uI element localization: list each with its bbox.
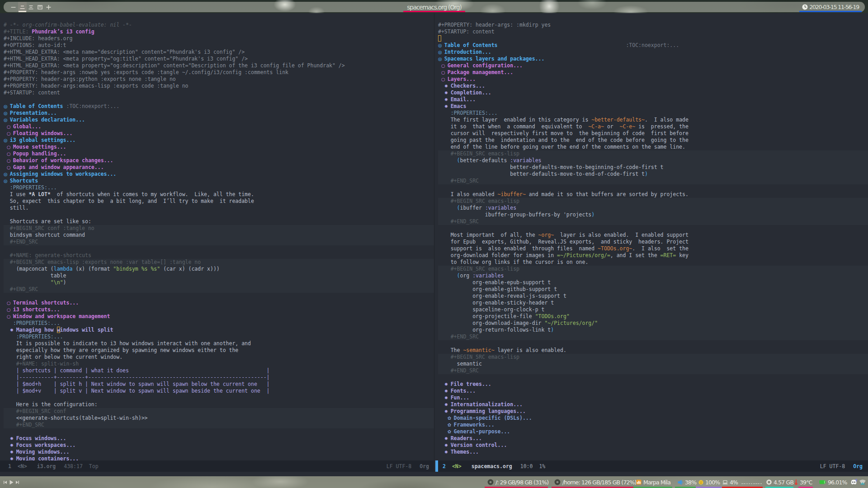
editor-line[interactable]: #+END_SRC	[438, 333, 868, 340]
editor-line[interactable]	[4, 293, 434, 300]
editor-line[interactable]: bindsym shortcut command	[4, 232, 434, 239]
editor-line[interactable]: It is possible to indicate to i3 how win…	[4, 340, 434, 347]
editor-line[interactable]: ✸ Version control...	[438, 442, 868, 449]
editor-line[interactable]: <<generate-shortcuts(table=split-win-sh)…	[4, 415, 434, 422]
editor-line[interactable]: cursor will respectively first move to t…	[438, 130, 868, 137]
status-module-brightness[interactable]: 100%	[698, 476, 720, 488]
editor-line[interactable]	[438, 35, 868, 42]
editor-line[interactable]: #+NAME: split-win-sh	[4, 361, 434, 367]
play-button[interactable]	[9, 480, 14, 485]
editor-line[interactable]: table	[4, 272, 434, 279]
network-tray-icon[interactable]	[859, 479, 866, 486]
editor-line[interactable]: The ~semantic~ layer is also enabled.	[438, 347, 868, 354]
clock-module[interactable]: 2020-03-15 11-56-19	[799, 2, 862, 12]
editor-line[interactable]: #+NAME: generate-shortcuts	[4, 252, 434, 259]
editor-line[interactable]: ✸ Readers...	[438, 435, 868, 442]
status-module-chart[interactable]: Marpa Mila	[636, 476, 670, 488]
editor-line[interactable]: ✸ Focus windows...	[4, 435, 434, 442]
editor-line[interactable]: ✿ General-purpose...	[438, 428, 868, 435]
editor-line[interactable]: to follow org links if the cursor is on …	[438, 259, 868, 266]
editor-line[interactable]: #+PROPERTY: header-args:emacs-lisp :expo…	[4, 83, 434, 89]
editor-line[interactable]: :PROPERTIES:...	[4, 320, 434, 327]
editor-line[interactable]: :PROPERTIES:...	[438, 110, 868, 117]
editor-line[interactable]: #+END_SRC	[4, 239, 434, 245]
editor-line[interactable]	[4, 211, 434, 218]
editor-line[interactable]: ○ Behavior of workspace changes...	[4, 157, 434, 164]
editor-line[interactable]	[4, 394, 434, 401]
editor-line[interactable]: org-enable-github-support t	[438, 286, 868, 293]
editor-line[interactable]: #+BEGIN_SRC emacs-lisp	[438, 150, 868, 157]
editor-line[interactable]: ○ Terminal shortcuts...	[4, 300, 434, 306]
editor-line[interactable]: |-----------+---------+-----------------…	[4, 374, 434, 381]
editor-line[interactable]: #+PROPERTY: header-args :noweb yes :expo…	[4, 69, 434, 76]
editor-line[interactable]: better-defaults-move-to-beginning-of-cod…	[438, 164, 868, 171]
editor-line[interactable]: org-download-image-dir "~/Pictures/org/"	[438, 320, 868, 327]
editor-line[interactable]: #+END_SRC	[438, 178, 868, 184]
left-editor-text[interactable]: # -*- org-confirm-babel-evaluate: nil -*…	[4, 22, 434, 460]
editor-line[interactable]: #+HTML_HEAD_EXTRA: <meta property="og:de…	[4, 62, 434, 69]
editor-line[interactable]: semantic	[438, 361, 868, 367]
editor-line[interactable]	[438, 374, 868, 381]
editor-line[interactable]: ○ General configuration...	[438, 62, 868, 69]
editor-line[interactable]: ✸ Fonts...	[438, 388, 868, 394]
editor-line[interactable]: better-defaults-move-to-end-of-code-firs…	[438, 171, 868, 178]
editor-line[interactable]: ○ Popup handling...	[4, 150, 434, 157]
editor-line[interactable]: org-projectile-file "TODOs.org"	[438, 313, 868, 320]
editor-line[interactable]: Here is the configuration:	[4, 401, 434, 408]
editor-line[interactable]: ◎ i3 global settings...	[4, 137, 434, 144]
editor-line[interactable]: :PROPERTIES:...	[4, 184, 434, 191]
editor-line[interactable]: ✸ Programming languages...	[438, 408, 868, 415]
editor-line[interactable]	[4, 428, 434, 435]
editor-line[interactable]: | $mod+v | split v | Next window to spaw…	[4, 388, 434, 394]
editor-line[interactable]: ◎ Variables declaration...	[4, 117, 434, 123]
editor-line[interactable]: ○ Global...	[4, 123, 434, 130]
editor-line[interactable]: ✸ Managing how windows will split	[4, 327, 434, 333]
status-module-volume[interactable]: 38%	[678, 476, 696, 488]
editor-line[interactable]: #+END_SRC	[438, 218, 868, 225]
editor-line[interactable]: Shortcuts are set like so:	[4, 218, 434, 225]
editor-window-i3-org[interactable]: # -*- org-confirm-babel-evaluate: nil -*…	[0, 13, 434, 460]
editor-line[interactable]: I also enabled ~ibuffer~ and made it so …	[438, 191, 868, 198]
editor-line[interactable]: :PROPERTIES:...	[4, 333, 434, 340]
editor-line[interactable]: org-enable-epub-support t	[438, 279, 868, 286]
editor-line[interactable]: org-download folder for images in =~/Pic…	[438, 252, 868, 259]
status-module-battery[interactable]: 96.01%	[819, 476, 847, 488]
status-module-cpu[interactable]: 4%	[722, 476, 762, 488]
editor-line[interactable]: right or below the current window.	[4, 354, 434, 361]
editor-line[interactable]: ○ Mouse settings...	[4, 144, 434, 150]
editor-line[interactable]: ✸ Internationalization...	[438, 401, 868, 408]
editor-line[interactable]: ○ Package management...	[438, 69, 868, 76]
editor-line[interactable]: #+END_SRC	[438, 367, 868, 374]
editor-line[interactable]: ✸ Moving containers...	[4, 455, 434, 460]
editor-line[interactable]: end of the line before going over the en…	[438, 144, 868, 150]
editor-line[interactable]: it so that when a command equivalent to …	[438, 123, 868, 130]
editor-line[interactable]: | $mod+h | split h | Next window to spaw…	[4, 381, 434, 388]
editor-line[interactable]: (ibuffer :variables	[438, 205, 868, 211]
editor-line[interactable]: ✿ Frameworks...	[438, 422, 868, 428]
editor-line[interactable]: ○ Window and workspace management	[4, 313, 434, 320]
editor-line[interactable]	[438, 340, 868, 347]
editor-line[interactable]: "\n")	[4, 279, 434, 286]
editor-line[interactable]: ◎ Assigning windows to workspaces...	[4, 171, 434, 178]
editor-line[interactable]: org-enable-sticky-header t	[438, 300, 868, 306]
editor-line[interactable]: (org :variables	[438, 272, 868, 279]
editor-line[interactable]: So, expect this chapter to be a bit long…	[4, 198, 434, 205]
editor-line[interactable]: # -*- org-confirm-babel-evaluate: nil -*…	[4, 22, 434, 28]
status-module-disk[interactable]: /home: 126 GB/185 GB (72%)	[554, 476, 637, 488]
editor-line[interactable]: #+OPTIONS: auto-id:t	[4, 42, 434, 49]
editor-line[interactable]: I use *A LOT* of shortcuts when it comes…	[4, 191, 434, 198]
editor-line[interactable]: | shortcuts | command | what it does |	[4, 367, 434, 374]
editor-line[interactable]	[438, 184, 868, 191]
editor-line[interactable]: #+BEGIN_SRC conf :tangle no	[4, 225, 434, 232]
editor-line[interactable]: ○ Layers...	[438, 76, 868, 83]
discord-tray-icon[interactable]	[850, 479, 858, 486]
editor-line[interactable]: org-enable-reveal-js-support t	[438, 293, 868, 300]
editor-line[interactable]: ✸ Checkers...	[438, 83, 868, 89]
editor-line[interactable]: spaceline-org-clock-p t	[438, 306, 868, 313]
editor-line[interactable]: ✸ Completion...	[438, 89, 868, 96]
editor-line[interactable]: org-return-follows-link t)	[438, 327, 868, 333]
editor-line[interactable]: #+STARTUP: content	[438, 28, 868, 35]
editor-line[interactable]: ◎ Spacemacs layers and packages...	[438, 56, 868, 62]
editor-line[interactable]: ○ Gaps and window appearance...	[4, 164, 434, 171]
editor-line[interactable]: #+HTML_HEAD_EXTRA: <meta name="descripti…	[4, 49, 434, 56]
